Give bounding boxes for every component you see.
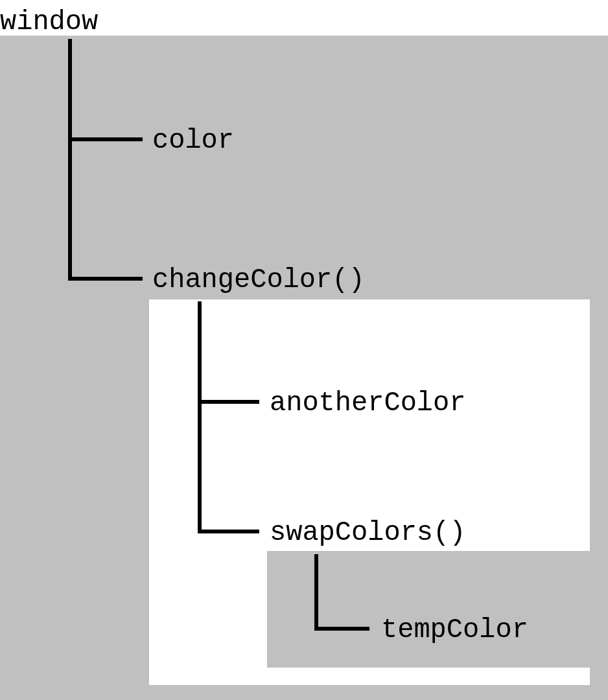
scope-swapcolors-box — [267, 551, 590, 668]
node-tempcolor: tempColor — [381, 616, 528, 644]
node-anothercolor: anotherColor — [270, 390, 465, 417]
node-color: color — [152, 127, 234, 154]
node-swapcolors: swapColors() — [270, 519, 465, 546]
node-changecolor: changeColor() — [152, 266, 365, 294]
node-window: window — [0, 8, 98, 36]
